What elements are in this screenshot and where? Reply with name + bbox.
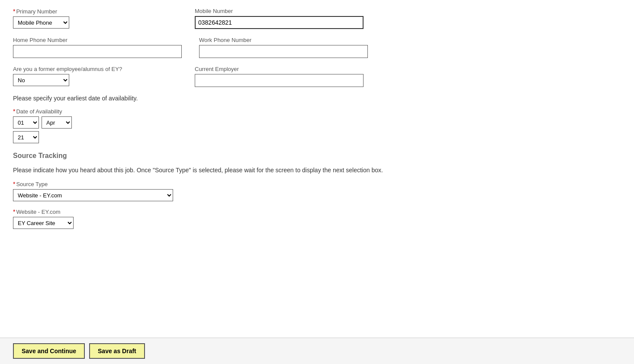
primary-number-label: *Primary Number [13,8,177,15]
mobile-number-input[interactable] [195,16,364,29]
mobile-number-label: Mobile Number [195,8,364,14]
work-phone-input[interactable] [199,45,368,58]
home-phone-label: Home Phone Number [13,37,182,43]
date-availability-label: *Date of Availability [13,108,621,115]
primary-number-required-star: * [13,8,15,15]
day-select[interactable]: 01 02 03 04 05 06 07 08 09 10 11 12 13 1… [13,116,39,129]
work-phone-label: Work Phone Number [199,37,368,43]
source-type-label: *Source Type [13,180,621,187]
month-select[interactable]: Jan Feb Mar Apr May Jun Jul Aug Sep Oct … [42,116,72,129]
ey-alumnus-label: Are you a former employee/alumnus of EY? [13,66,177,72]
year-select[interactable]: 21 22 23 24 25 [13,131,39,143]
source-tracking-note: Please indicate how you heard about this… [13,167,621,174]
website-eycom-label: *Website - EY.com [13,208,621,215]
source-type-required-star: * [13,180,15,187]
website-eycom-required-star: * [13,208,15,215]
save-continue-button[interactable]: Save and Continue [13,343,85,359]
ey-alumnus-select[interactable]: No Yes [13,74,69,86]
current-employer-label: Current Employer [195,66,364,72]
footer-bar: Save and Continue Save as Draft [0,338,634,364]
primary-number-select[interactable]: Mobile Phone Home Phone Work Phone [13,16,69,29]
source-tracking-heading: Source Tracking [13,152,621,160]
home-phone-input[interactable] [13,45,182,58]
availability-note: Please specify your earliest date of ava… [13,95,621,102]
source-type-select[interactable]: Website - EY.com LinkedIn Referral Job B… [13,189,173,201]
save-draft-button[interactable]: Save as Draft [89,343,145,359]
current-employer-input[interactable] [195,74,364,87]
website-eycom-select[interactable]: EY Career Site EY Homepage Other [13,217,74,229]
date-required-star: * [13,108,15,115]
